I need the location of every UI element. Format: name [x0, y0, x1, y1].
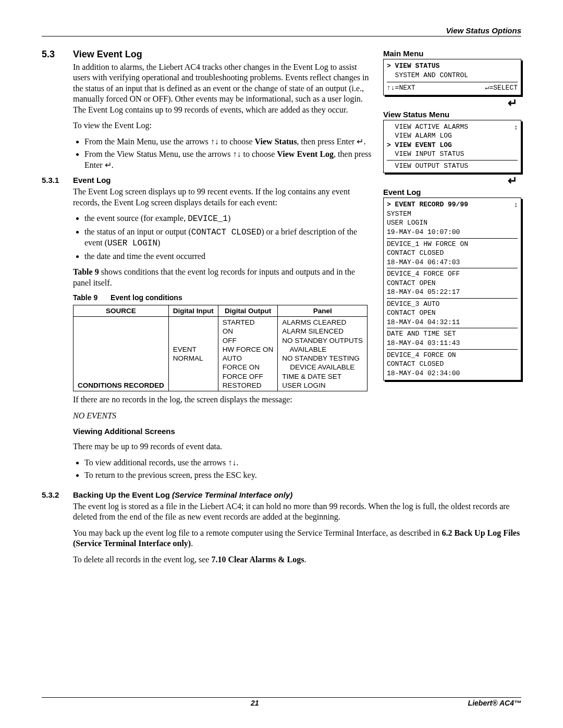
vas-li1: To view additional records, use the arro…: [84, 458, 374, 468]
vas-li2: To return to the previous screen, press …: [84, 470, 374, 480]
table9-th-source: SOURCE: [74, 305, 169, 316]
table9-th-panel: Panel: [278, 305, 368, 316]
lcd-main-title: Main Menu: [383, 49, 521, 58]
lcd-main-menu: > VIEW STATUS SYSTEM AND CONTROL ↑↓=NEXT…: [383, 59, 521, 95]
no-events-msg: NO EVENTS: [73, 411, 374, 421]
lcd-vs-title: View Status Menu: [383, 110, 521, 119]
lcd-vs-output-status: VIEW OUTPUT STATUS: [387, 162, 518, 171]
sec532-p3: To delete all records in the event log, …: [73, 554, 521, 565]
table9-th-di: Digital Input: [168, 305, 218, 316]
lcd-main-foot-next: ↑↓=NEXT: [387, 83, 415, 93]
lcd-view-status-menu: ↕ VIEW ACTIVE ALARMS VIEW ALARM LOG > VI…: [383, 120, 521, 174]
table9-r1c2: EVENTNORMAL: [168, 317, 218, 391]
sec531-intro: The Event Log screen displays up to 99 r…: [73, 187, 374, 208]
sec531-li1: the event source (for example, DEVICE_1): [84, 213, 374, 224]
sec532-p1: The event log is stored as a file in the…: [73, 501, 521, 523]
table9: SOURCE Digital Input Digital Output Pane…: [73, 305, 368, 391]
lcd-main-foot-select: ↵=SELECT: [485, 83, 518, 93]
page-number: 21: [251, 699, 259, 707]
lcd-el-title: Event Log: [383, 188, 521, 196]
sec531-li2: the status of an input or output (CONTAC…: [84, 227, 374, 249]
lcd-main-view-status: > VIEW STATUS: [387, 61, 518, 71]
sec53-intro: In addition to alarms, the Liebert AC4 t…: [73, 62, 374, 115]
updown-icon: ↕: [515, 122, 518, 132]
lcd-event-log: ↕ > EVENT RECORD 99/99 SYSTEM USER LOGIN…: [383, 198, 521, 380]
sec53-toview: To view the Event Log:: [73, 120, 374, 131]
page-header-section: View Status Options: [42, 26, 521, 36]
lcd-vs-input-status: VIEW INPUT STATUS: [387, 150, 518, 159]
lcd-vs-event-log: > VIEW EVENT LOG: [387, 141, 518, 150]
table9-r1c3: STARTEDONOFFHW FORCE ONAUTOFORCE ONFORCE…: [218, 317, 278, 391]
updown-icon: ↕: [515, 200, 518, 209]
lcd-main-sys-ctrl: SYSTEM AND CONTROL: [387, 71, 518, 80]
sec53-step-1: From the Main Menu, use the arrows ↑↓ to…: [84, 137, 374, 147]
lcd-el-record-header: > EVENT RECORD 99/99: [387, 200, 518, 209]
product-footer: Liebert® AC4™: [468, 699, 521, 707]
sec531-li3: the date and time the event occurred: [84, 251, 374, 262]
table9-r1c4: ALARMS CLEAREDALARM SILENCEDNO STANDBY O…: [278, 317, 368, 391]
section-title-5-3: View Event Log: [73, 49, 142, 60]
section-title-5-3-2: Backing Up the Event Log (Service Termin…: [73, 490, 292, 499]
lcd-vs-active-alarms: VIEW ACTIVE ALARMS: [387, 122, 518, 132]
sec531-norecords: If there are no records in the log, the …: [73, 394, 374, 405]
enter-icon: ↵: [383, 175, 521, 187]
section-number-5-3-2: 5.3.2: [42, 490, 66, 499]
vas-intro: There may be up to 99 records of event d…: [73, 441, 374, 452]
sec532-p2: You may back up the event log file to a …: [73, 528, 521, 549]
table9-r1c1: CONDITIONS RECORDED: [74, 317, 169, 391]
lcd-vs-alarm-log: VIEW ALARM LOG: [387, 131, 518, 141]
sec53-step-2: From the View Status Menu, use the arrow…: [84, 149, 374, 170]
section-number-5-3: 5.3: [42, 49, 66, 60]
section-number-5-3-1: 5.3.1: [42, 176, 66, 184]
enter-icon: ↵: [383, 97, 521, 109]
section-title-5-3-1: Event Log: [73, 176, 111, 184]
table9-th-do: Digital Output: [218, 305, 278, 316]
viewing-additional-title: Viewing Additional Screens: [73, 426, 374, 436]
table9-caption: Table 9Event log conditions: [73, 293, 374, 303]
sec531-tableref: Table 9 shows conditions that the event …: [73, 267, 374, 288]
